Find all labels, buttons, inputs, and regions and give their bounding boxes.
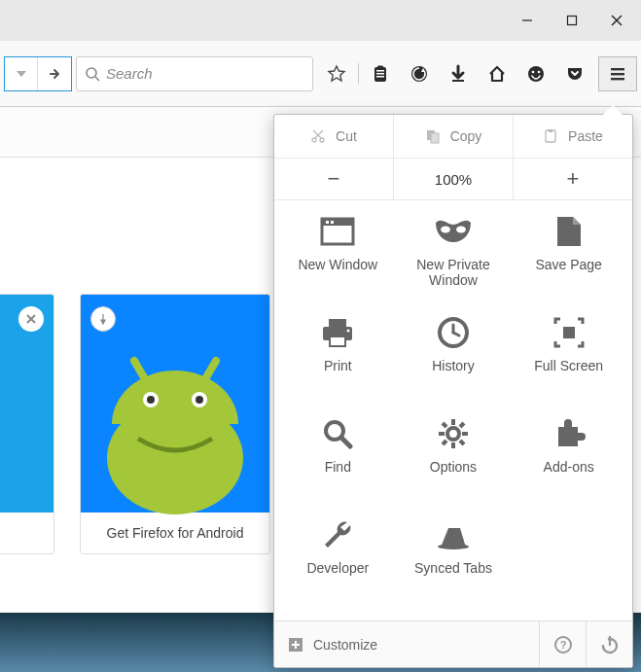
window-icon (318, 212, 357, 251)
page-icon (550, 212, 588, 251)
svg-point-47 (347, 330, 350, 333)
svg-point-42 (441, 227, 450, 233)
svg-point-43 (456, 227, 466, 233)
zoom-out-button[interactable]: − (274, 159, 394, 199)
exit-button[interactable] (586, 621, 632, 667)
svg-line-59 (443, 423, 446, 427)
smiley-button[interactable] (516, 56, 555, 91)
svg-rect-35 (431, 133, 439, 143)
tile[interactable]: Get Firefox for Android (80, 294, 270, 554)
android-icon (80, 341, 270, 526)
new-window-button[interactable]: New Window (280, 212, 396, 305)
minimize-button[interactable] (505, 5, 550, 36)
titlebar (0, 0, 641, 41)
svg-point-16 (532, 70, 535, 73)
svg-point-5 (87, 68, 96, 78)
svg-rect-20 (611, 78, 624, 80)
help-button[interactable]: ? (539, 621, 586, 667)
add-ons-button[interactable]: Add-ons (511, 414, 626, 508)
cut-button[interactable]: Cut (274, 115, 394, 158)
label: Developer (306, 560, 369, 576)
svg-line-53 (341, 438, 350, 446)
label: Save Page (535, 257, 602, 272)
label: Print (324, 358, 352, 373)
svg-rect-46 (330, 336, 345, 346)
printer-icon (318, 313, 357, 352)
label: New Private Window (396, 257, 512, 288)
tile-caption (0, 513, 53, 553)
svg-point-17 (538, 70, 541, 73)
label: History (432, 358, 475, 373)
toolbar-icons (317, 56, 594, 91)
label: New Window (298, 257, 377, 272)
svg-rect-8 (376, 70, 384, 72)
synced-tabs-button[interactable]: Synced Tabs (396, 515, 512, 609)
svg-point-27 (196, 396, 203, 404)
svg-rect-1 (568, 17, 577, 25)
svg-rect-44 (329, 319, 346, 327)
edit-row: Cut Copy Paste (274, 115, 632, 158)
copy-label: Copy (450, 128, 482, 144)
menu-button[interactable] (598, 56, 637, 91)
tile[interactable] (0, 294, 54, 554)
puzzle-icon (550, 414, 588, 453)
label: Options (430, 459, 477, 475)
customize-label: Customize (313, 637, 377, 653)
tile-pin-button[interactable] (90, 306, 116, 332)
tile-remove-button[interactable] (18, 306, 44, 332)
forward-button[interactable] (38, 57, 71, 90)
svg-line-61 (460, 423, 464, 427)
home-button[interactable] (478, 56, 516, 91)
mask-icon (434, 212, 473, 251)
cloud-tabs-icon (434, 515, 473, 554)
search-placeholder: Search (106, 65, 153, 82)
full-screen-button[interactable]: Full Screen (511, 313, 626, 407)
customize-button[interactable]: Customize (274, 637, 539, 653)
pocket-button[interactable] (555, 56, 594, 91)
options-button[interactable]: Options (396, 414, 512, 508)
maximize-button[interactable] (550, 5, 594, 36)
firefox-refresh-button[interactable] (400, 56, 439, 91)
bookmark-star-button[interactable] (317, 56, 356, 91)
svg-line-50 (453, 333, 459, 336)
cut-label: Cut (336, 128, 357, 144)
zoom-in-button[interactable]: + (514, 159, 632, 199)
print-button[interactable]: Print (280, 313, 396, 407)
menu-footer: Customize ? (274, 620, 632, 667)
menu-grid: New Window New Private Window Save Page … (274, 200, 632, 620)
svg-rect-14 (452, 80, 464, 82)
label: Synced Tabs (414, 560, 492, 576)
svg-point-63 (438, 544, 469, 549)
new-private-window-button[interactable]: New Private Window (396, 212, 512, 305)
nav-group (4, 56, 72, 91)
hamburger-icon (609, 65, 626, 83)
save-page-button[interactable]: Save Page (511, 212, 626, 305)
developer-button[interactable]: Developer (280, 515, 396, 609)
paste-label: Paste (568, 128, 603, 144)
history-dropdown-button[interactable] (5, 57, 38, 90)
svg-line-62 (443, 441, 446, 444)
toolbar: Search (0, 41, 641, 107)
label: Full Screen (534, 358, 603, 373)
reader-view-button[interactable] (361, 56, 400, 91)
zoom-level[interactable]: 100% (394, 159, 514, 199)
svg-rect-9 (376, 73, 384, 75)
clock-icon (434, 313, 473, 352)
svg-point-54 (447, 428, 459, 440)
copy-button[interactable]: Copy (394, 115, 514, 158)
downloads-button[interactable] (439, 56, 478, 91)
svg-point-25 (147, 396, 155, 404)
svg-rect-37 (549, 129, 552, 132)
search-input[interactable]: Search (76, 56, 313, 91)
find-button[interactable]: Find (280, 414, 396, 508)
gear-icon (434, 414, 473, 453)
svg-rect-18 (611, 68, 624, 70)
history-button[interactable]: History (396, 313, 512, 407)
svg-rect-10 (376, 76, 384, 78)
fullscreen-icon (550, 313, 588, 352)
paste-button[interactable]: Paste (514, 115, 632, 158)
svg-rect-51 (563, 327, 575, 338)
close-window-button[interactable] (594, 5, 639, 36)
svg-line-60 (460, 441, 464, 444)
label: Find (325, 459, 351, 475)
